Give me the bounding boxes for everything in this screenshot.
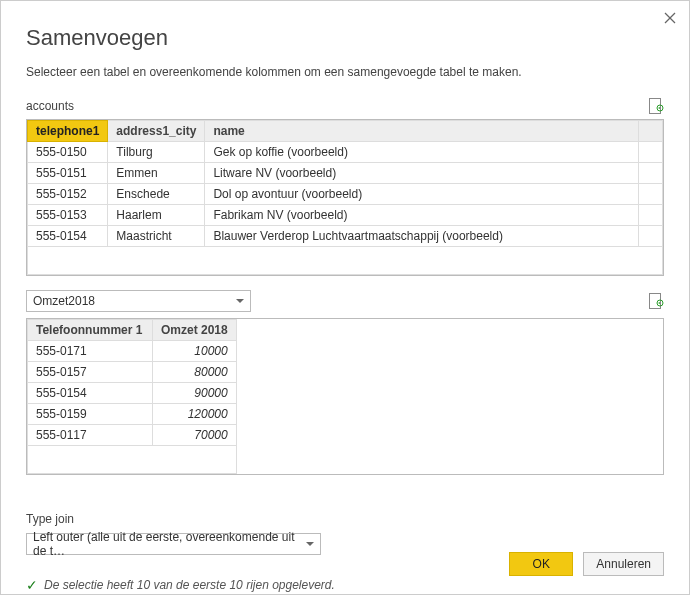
table2-blank-row [28, 446, 237, 474]
cell: 555-0153 [28, 205, 108, 226]
table-row[interactable]: 555-0153 Haarlem Fabrikam NV (voorbeeld) [28, 205, 663, 226]
table1-label: accounts [26, 99, 74, 113]
cell: Blauwer Verderop Luchtvaartmaatschappij … [205, 226, 639, 247]
cell: 555-0150 [28, 142, 108, 163]
cell: Dol op avontuur (voorbeeld) [205, 184, 639, 205]
cell: Maastricht [108, 226, 205, 247]
table-row[interactable]: 555-0171 10000 [28, 341, 237, 362]
ok-button[interactable]: OK [509, 552, 573, 576]
secondary-table-select[interactable]: Omzet2018 [26, 290, 251, 312]
cancel-button[interactable]: Annuleren [583, 552, 664, 576]
table1-header-spacer [638, 121, 662, 142]
column-header-telephone1[interactable]: telephone1 [28, 121, 108, 142]
cell: Enschede [108, 184, 205, 205]
cell: 70000 [153, 425, 237, 446]
cell: 555-0157 [28, 362, 153, 383]
cell: 10000 [153, 341, 237, 362]
chevron-down-icon [236, 299, 244, 303]
cell: 555-0171 [28, 341, 153, 362]
table-row[interactable]: 555-0159 120000 [28, 404, 237, 425]
close-button[interactable] [661, 9, 679, 27]
cell: 555-0152 [28, 184, 108, 205]
join-type-label: Type join [26, 512, 664, 526]
column-header-telefoonnummer1[interactable]: Telefoonnummer 1 [28, 320, 153, 341]
expand-table1-icon[interactable] [648, 97, 664, 115]
cell: 555-0117 [28, 425, 153, 446]
cell: 555-0151 [28, 163, 108, 184]
cell: Litware NV (voorbeeld) [205, 163, 639, 184]
cell: Tilburg [108, 142, 205, 163]
table-row[interactable]: 555-0151 Emmen Litware NV (voorbeeld) [28, 163, 663, 184]
dialog-subtitle: Selecteer een tabel en overeenkomende ko… [26, 65, 664, 79]
table2-preview: Telefoonnummer 1 Omzet 2018 555-0171 100… [26, 318, 664, 475]
table1-blank-row [28, 247, 663, 275]
cell: 80000 [153, 362, 237, 383]
column-header-name[interactable]: name [205, 121, 639, 142]
table-row[interactable]: 555-0154 90000 [28, 383, 237, 404]
table-row[interactable]: 555-0150 Tilburg Gek op koffie (voorbeel… [28, 142, 663, 163]
join-type-select-value: Left outer (alle uit de eerste, overeenk… [33, 530, 298, 558]
table1-preview: telephone1 address1_city name 555-0150 T… [26, 119, 664, 276]
column-header-address1_city[interactable]: address1_city [108, 121, 205, 142]
secondary-table-select-value: Omzet2018 [33, 294, 95, 308]
cell: Fabrikam NV (voorbeeld) [205, 205, 639, 226]
expand-table2-icon[interactable] [648, 292, 664, 310]
table-row[interactable]: 555-0117 70000 [28, 425, 237, 446]
merge-dialog: Samenvoegen Selecteer een tabel en overe… [0, 0, 690, 595]
table1-header-row: telephone1 address1_city name [28, 121, 663, 142]
cell: 555-0154 [28, 383, 153, 404]
table-row[interactable]: 555-0154 Maastricht Blauwer Verderop Luc… [28, 226, 663, 247]
cell: 555-0159 [28, 404, 153, 425]
dialog-title: Samenvoegen [26, 25, 664, 51]
chevron-down-icon [306, 542, 314, 546]
cell: Haarlem [108, 205, 205, 226]
table2-header-row: Telefoonnummer 1 Omzet 2018 [28, 320, 237, 341]
cell: Gek op koffie (voorbeeld) [205, 142, 639, 163]
cell: 90000 [153, 383, 237, 404]
check-icon: ✓ [26, 577, 38, 593]
cell: Emmen [108, 163, 205, 184]
join-type-select[interactable]: Left outer (alle uit de eerste, overeenk… [26, 533, 321, 555]
status-message: De selectie heeft 10 van de eerste 10 ri… [44, 578, 335, 592]
cell: 120000 [153, 404, 237, 425]
column-header-omzet2018[interactable]: Omzet 2018 [153, 320, 237, 341]
cell: 555-0154 [28, 226, 108, 247]
table-row[interactable]: 555-0157 80000 [28, 362, 237, 383]
table-row[interactable]: 555-0152 Enschede Dol op avontuur (voorb… [28, 184, 663, 205]
